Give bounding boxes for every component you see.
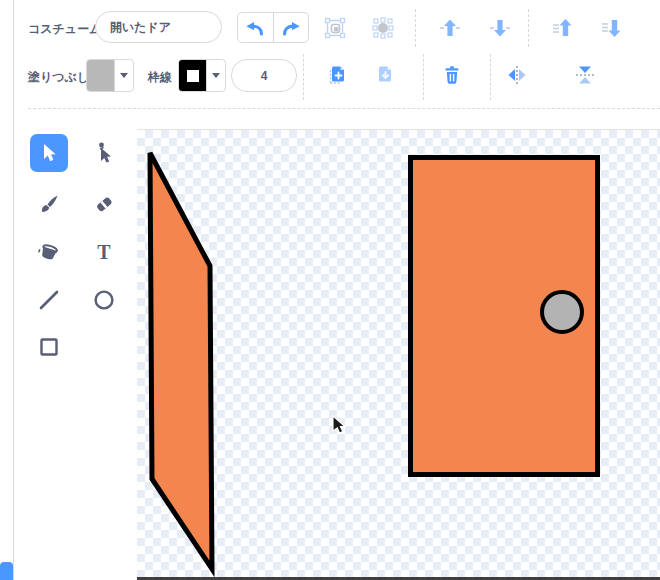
- backward-button[interactable]: [484, 12, 516, 44]
- open-door-side-shape[interactable]: [150, 153, 212, 569]
- copy-icon: [326, 63, 350, 87]
- undo-icon: [244, 19, 266, 37]
- layer-back-icon: [600, 16, 624, 40]
- toolbar-divider: [303, 54, 304, 100]
- paste-button[interactable]: [369, 59, 401, 91]
- brush-icon: [37, 192, 61, 216]
- fill-color-swatch: [87, 60, 115, 91]
- fill-caret: [115, 60, 133, 91]
- back-button[interactable]: [596, 12, 628, 44]
- paint-bucket-icon: [36, 239, 62, 265]
- costume-label: コスチューム: [28, 21, 101, 38]
- select-arrow-icon: [37, 141, 61, 165]
- tool-line[interactable]: [30, 281, 68, 319]
- group-icon: [323, 16, 347, 40]
- forward-button[interactable]: [434, 12, 466, 44]
- paint-editor: コスチューム: [0, 0, 660, 580]
- fill-label: 塗りつぶし: [28, 69, 89, 86]
- eraser-icon: [92, 192, 116, 216]
- tool-text[interactable]: T: [85, 233, 123, 271]
- panel-divider: [13, 0, 14, 580]
- redo-button[interactable]: [273, 13, 309, 42]
- tool-select[interactable]: [30, 134, 68, 172]
- flip-vertical-button[interactable]: [569, 59, 601, 91]
- mouse-cursor: [333, 416, 345, 433]
- undo-button[interactable]: [238, 13, 273, 42]
- group-button[interactable]: [319, 12, 351, 44]
- tool-circle[interactable]: [85, 281, 123, 319]
- canvas-drawing: [137, 130, 660, 580]
- tool-brush[interactable]: [30, 185, 68, 223]
- outline-color-swatch: [179, 60, 207, 91]
- tool-reshape[interactable]: [85, 134, 123, 172]
- toolbar-divider: [423, 54, 424, 100]
- ungroup-button[interactable]: [367, 12, 399, 44]
- toolbar-bottom-divider: [28, 108, 660, 109]
- layer-forward-icon: [438, 16, 462, 40]
- trash-icon: [440, 63, 464, 87]
- fill-color-picker[interactable]: [86, 59, 134, 92]
- toolbar-divider: [528, 9, 529, 47]
- tool-fill[interactable]: [30, 233, 68, 271]
- paint-canvas[interactable]: [137, 129, 660, 580]
- layer-backward-icon: [488, 16, 512, 40]
- costume-name-input[interactable]: [95, 11, 222, 43]
- text-tool-icon: T: [91, 239, 117, 265]
- front-button[interactable]: [547, 12, 579, 44]
- delete-button[interactable]: [436, 59, 468, 91]
- outline-swatch-inner: [187, 70, 199, 82]
- tool-eraser[interactable]: [85, 185, 123, 223]
- copy-button[interactable]: [322, 59, 354, 91]
- tool-rectangle[interactable]: [30, 328, 68, 366]
- chevron-down-icon: [120, 73, 128, 78]
- rectangle-tool-icon: [37, 335, 61, 359]
- reshape-icon: [92, 141, 116, 165]
- toolbar-divider: [415, 9, 416, 47]
- ungroup-icon: [371, 16, 395, 40]
- add-costume-button-sliver[interactable]: [0, 562, 13, 580]
- stroke-width-input[interactable]: [231, 59, 297, 92]
- line-tool-icon: [37, 288, 61, 312]
- toolbar-divider: [490, 54, 491, 100]
- chevron-down-icon: [212, 73, 220, 78]
- outline-caret: [207, 60, 225, 91]
- circle-tool-icon: [92, 288, 116, 312]
- flip-horizontal-icon: [505, 63, 529, 87]
- outline-color-picker[interactable]: [178, 59, 226, 92]
- redo-icon: [280, 19, 302, 37]
- undo-redo-group: [237, 12, 309, 43]
- svg-text:T: T: [97, 241, 111, 263]
- layer-front-icon: [551, 16, 575, 40]
- flip-horizontal-button[interactable]: [501, 59, 533, 91]
- flip-vertical-icon: [573, 63, 597, 87]
- door-knob-shape[interactable]: [542, 292, 582, 332]
- paste-icon: [373, 63, 397, 87]
- outline-label: 枠線: [148, 69, 172, 86]
